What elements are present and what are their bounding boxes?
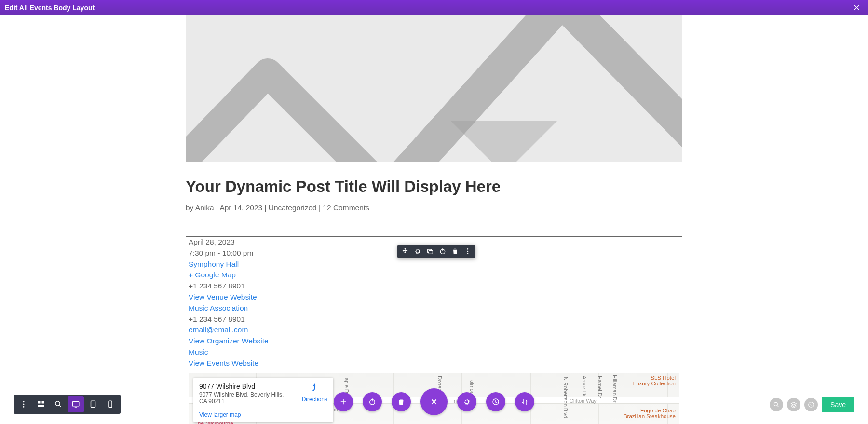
post-meta: by Anika | Apr 14, 2023 | Uncategorized … (186, 204, 682, 212)
content-area: Your Dynamic Post Title Will Display Her… (0, 15, 868, 424)
event-phone: +1 234 567 8901 (189, 281, 679, 292)
container: Your Dynamic Post Title Will Display Her… (186, 15, 682, 424)
view-dock (14, 395, 121, 414)
svg-point-7 (467, 253, 469, 254)
save-button[interactable]: Save (822, 397, 854, 412)
close-icon[interactable]: ✕ (850, 2, 863, 13)
svg-rect-17 (109, 401, 112, 408)
close-main-button[interactable] (420, 388, 448, 415)
history-button[interactable] (486, 392, 505, 411)
settings-button[interactable] (457, 392, 476, 411)
svg-point-6 (467, 251, 469, 252)
svg-point-21 (774, 402, 777, 406)
zoom-icon[interactable] (50, 396, 67, 412)
tablet-view-icon[interactable] (85, 396, 101, 412)
map-street-label: N Robertson Blvd (563, 377, 569, 418)
dock-right: ? Save (770, 397, 854, 412)
trash-button[interactable] (392, 392, 411, 411)
map-directions-label: Directions (302, 396, 327, 403)
swap-button[interactable] (515, 392, 534, 411)
map-street-label: Hamel Dr (597, 376, 603, 398)
power-icon[interactable] (439, 247, 447, 255)
top-bar-title: Edit All Events Body Layout (5, 4, 850, 12)
svg-point-9 (23, 404, 25, 405)
map-view-larger-link[interactable]: View larger map (199, 411, 327, 418)
featured-image-placeholder (186, 15, 682, 162)
gear-icon[interactable] (414, 247, 421, 255)
top-bar: Edit All Events Body Layout ✕ (0, 0, 868, 15)
svg-point-8 (23, 401, 25, 402)
svg-rect-12 (42, 401, 44, 404)
trash-icon[interactable] (451, 247, 459, 255)
map-card-address: 9077 Wilshire Blvd, Beverly Hills, CA 90… (199, 391, 288, 405)
svg-rect-15 (72, 402, 79, 406)
svg-rect-2 (429, 251, 433, 254)
map-poi: SLS HotelLuxury Collection (633, 375, 676, 386)
svg-point-14 (55, 401, 60, 406)
svg-point-10 (23, 406, 25, 408)
dock-more-icon[interactable] (15, 396, 32, 412)
map-info-card: 9077 Wilshire Blvd 9077 Wilshire Blvd, B… (193, 378, 333, 422)
move-icon[interactable] (401, 247, 409, 255)
post-title: Your Dynamic Post Title Will Display Her… (186, 178, 682, 196)
map-directions-button[interactable]: Directions (302, 383, 327, 405)
more-icon[interactable] (464, 247, 472, 255)
search-icon[interactable] (770, 398, 783, 411)
svg-rect-4 (442, 248, 443, 251)
duplicate-icon[interactable] (426, 247, 434, 255)
map-street-label: Arnaz Dr (582, 376, 587, 397)
wireframe-icon[interactable] (33, 396, 49, 412)
map-road-label: Clifton Way (570, 398, 597, 404)
svg-rect-11 (38, 401, 40, 404)
event-events-site-link[interactable]: View Events Website (189, 358, 679, 369)
event-venue-site-link[interactable]: View Venue Website (189, 292, 679, 303)
event-org-site-link[interactable]: View Organizer Website (189, 336, 679, 347)
layers-icon[interactable] (787, 398, 800, 411)
add-button[interactable] (334, 392, 353, 411)
desktop-view-icon[interactable] (68, 396, 84, 412)
event-email-link[interactable]: email@email.com (189, 325, 679, 336)
event-googlemap-link[interactable]: + Google Map (189, 270, 679, 281)
event-org-phone: +1 234 567 8901 (189, 314, 679, 325)
svg-rect-13 (38, 405, 44, 408)
module-toolbar (397, 245, 475, 258)
phone-view-icon[interactable] (102, 396, 119, 412)
map-street-label: Hillaman Dr (612, 375, 618, 402)
help-icon[interactable]: ? (804, 398, 818, 411)
power-button[interactable] (363, 392, 382, 411)
svg-text:?: ? (810, 403, 812, 407)
svg-rect-19 (372, 398, 373, 401)
map-card-title: 9077 Wilshire Blvd (199, 383, 288, 390)
event-category-link[interactable]: Music (189, 347, 679, 358)
action-bar (334, 388, 534, 415)
event-organizer-link[interactable]: Music Association (189, 303, 679, 314)
map-poi: Fogo de ChãoBrazilian Steakhouse (624, 408, 676, 419)
event-venue-link[interactable]: Symphony Hall (189, 259, 679, 270)
svg-point-5 (467, 248, 469, 250)
svg-rect-16 (91, 401, 95, 408)
